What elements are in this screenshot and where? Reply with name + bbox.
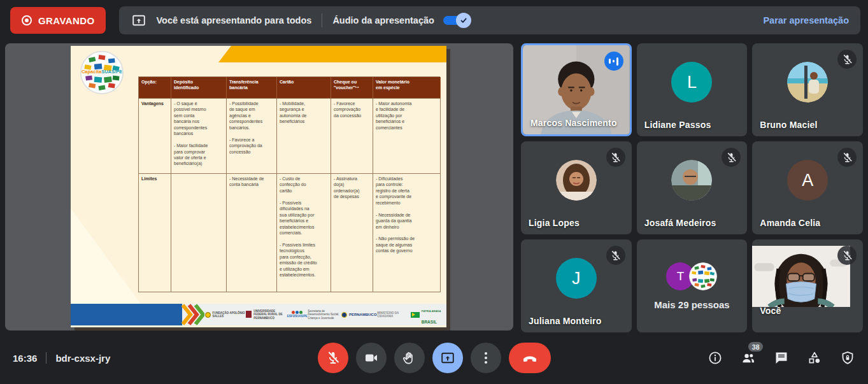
participant-tile-lidiane[interactable]: L Lidiane Passos	[637, 43, 748, 136]
top-bar: GRAVANDO Você está apresentando para tod…	[0, 0, 868, 41]
call-controls	[318, 343, 551, 373]
logo-secretaria: Secretaria de Desenvolvimento Social, Cr…	[308, 309, 341, 320]
overflow-participants-tile[interactable]: T Mais 29 pessoas	[637, 239, 748, 332]
table-header: Cheque ou "voucher"¹⁴	[331, 77, 373, 99]
logo-brasil: PÁTRIA AMADABRASIL	[411, 304, 441, 325]
table-cell	[171, 174, 227, 292]
participant-tile-juliana[interactable]: J Juliana Monteiro	[521, 239, 632, 332]
mic-muted-icon	[837, 148, 857, 167]
participant-name: Josafá Medeiros	[644, 218, 716, 228]
footer-chevrons-icon	[181, 304, 204, 325]
logo-ufrpe: UNIVERSIDADE FEDERAL RURAL DE PERNAMBUCO	[246, 309, 287, 320]
meeting-details-button[interactable]	[708, 350, 723, 366]
table-row-label: Limites	[139, 174, 171, 292]
raise-hand-button[interactable]	[394, 343, 425, 373]
participant-tile-josafa[interactable]: Josafá Medeiros	[637, 141, 748, 234]
participant-tile-self[interactable]: Você	[752, 239, 863, 332]
clock: 16:36	[13, 353, 37, 364]
logo-esfosuas: ESFOSUAS/PE	[287, 311, 308, 318]
table-header: Opção:	[139, 77, 171, 99]
participants-grid: Marcos Nascimento L Lidiane Passos B	[521, 43, 863, 332]
end-call-button[interactable]	[509, 343, 551, 373]
recording-label: GRAVANDO	[38, 15, 94, 26]
toggle-check-icon	[456, 13, 471, 28]
present-screen-icon	[131, 13, 147, 28]
capacitasuas-logo: CapacitaSUAS/PE	[80, 51, 124, 94]
table-cell: - Dificuldades para controle: registro d…	[373, 174, 441, 292]
divider	[322, 13, 322, 27]
presenting-banner: Você está apresentando para todos Áudio …	[119, 6, 860, 34]
payment-options-table: Opção: Depósito identificado Transferênc…	[138, 76, 440, 292]
participant-name: Bruno Maciel	[760, 120, 817, 130]
participant-count-badge: 38	[748, 342, 763, 352]
initial-avatar: L	[671, 62, 712, 103]
participant-name: Lidiane Passos	[644, 120, 711, 130]
participant-name: Marcos Nascimento	[530, 118, 617, 128]
record-icon	[22, 15, 32, 25]
table-cell: - Mobilidade, segurança e autonomia de b…	[277, 99, 331, 174]
stop-presenting-button[interactable]: Parar apresentação	[763, 15, 849, 25]
participant-tile-amanda[interactable]: A Amanda Celia	[752, 141, 863, 234]
overflow-count-label: Mais 29 pessoas	[654, 299, 729, 310]
participant-tile-bruno[interactable]: Bruno Maciel	[752, 43, 863, 136]
table-header: Valor monetário em espécie	[373, 77, 441, 99]
logo-fundacao: FUNDAÇÃO APOLÔNIO SALLES	[205, 311, 246, 318]
presentation-audio-toggle[interactable]	[443, 13, 471, 28]
photo-avatar	[787, 62, 828, 103]
slide-footer: FUNDAÇÃO APOLÔNIO SALLES UNIVERSIDADE FE…	[71, 304, 446, 325]
logo-ministerio: MINISTÉRIO DA CIDADANIA	[377, 311, 410, 318]
table-cell: - Assinatura do(a) ordenador(a) de despe…	[331, 174, 373, 292]
participant-name: Juliana Monteiro	[529, 316, 601, 326]
divider	[46, 352, 46, 364]
table-cell: - Maior autonomia e facilidade de utiliz…	[373, 99, 441, 174]
main-area: CapacitaSUAS/PE Opção: Depósito identifi…	[5, 43, 863, 332]
meeting-code: bdr-cxsx-jry	[55, 353, 110, 364]
slide-decor-wedge	[71, 208, 141, 304]
audio-activity-indicator	[604, 52, 623, 71]
mic-muted-icon	[837, 246, 857, 265]
initial-avatar: J	[556, 258, 597, 299]
mic-muted-icon	[722, 148, 741, 167]
self-video	[752, 246, 850, 307]
recording-badge[interactable]: GRAVANDO	[10, 7, 106, 34]
present-button-active[interactable]	[432, 343, 463, 373]
shared-slide: CapacitaSUAS/PE Opção: Depósito identifi…	[71, 46, 446, 327]
mic-muted-icon	[837, 50, 857, 69]
mic-muted-icon	[606, 246, 625, 265]
table-cell: - O saque é possível mesmo sem conta ban…	[171, 99, 227, 174]
participant-tile-ligia[interactable]: Ligia Lopes	[521, 141, 632, 234]
mic-button-muted[interactable]	[318, 343, 348, 373]
table-header: Transferência bancária	[227, 77, 277, 99]
bottom-bar: 16:36 bdr-cxsx-jry 38	[0, 332, 868, 383]
photo-avatar	[671, 160, 712, 201]
mic-muted-icon	[606, 148, 625, 167]
participant-name: Amanda Celia	[760, 218, 820, 228]
host-controls-button[interactable]	[840, 350, 855, 366]
camera-button[interactable]	[356, 343, 387, 373]
table-row-label: Vantagens	[139, 99, 171, 174]
activities-button[interactable]	[807, 350, 822, 366]
table-cell: - Necessidade de conta bancária	[227, 174, 277, 292]
slide-yellow-band	[71, 46, 446, 62]
group-logo-avatar	[689, 262, 717, 290]
presentation-stage[interactable]: CapacitaSUAS/PE Opção: Depósito identifi…	[5, 43, 513, 331]
presentation-audio-label: Áudio da apresentação	[332, 15, 434, 25]
presenting-label: Você está apresentando para todos	[156, 15, 311, 25]
initial-avatar: A	[787, 160, 828, 201]
table-cell: - Favorece comprovação da concessão	[331, 99, 373, 174]
table-cell: - Custo de confecção do cartão - Possíve…	[277, 174, 331, 292]
table-cell: - Possibilidade de saque em agências e c…	[227, 99, 277, 174]
chat-panel-button[interactable]	[774, 350, 789, 366]
participant-tile-marcos[interactable]: Marcos Nascimento	[521, 43, 632, 136]
table-header: Depósito identificado	[171, 77, 227, 99]
participants-panel-button[interactable]: 38	[741, 350, 756, 366]
photo-avatar	[556, 160, 597, 201]
table-header: Cartão	[277, 77, 331, 99]
logo-pernambuco: PERNAMBUCO	[341, 312, 377, 318]
panel-buttons: 38	[708, 350, 855, 366]
footer-blue-band	[71, 304, 182, 325]
participant-name: Você	[760, 306, 781, 316]
participant-name: Ligia Lopes	[529, 218, 580, 228]
more-options-button[interactable]	[471, 343, 501, 373]
